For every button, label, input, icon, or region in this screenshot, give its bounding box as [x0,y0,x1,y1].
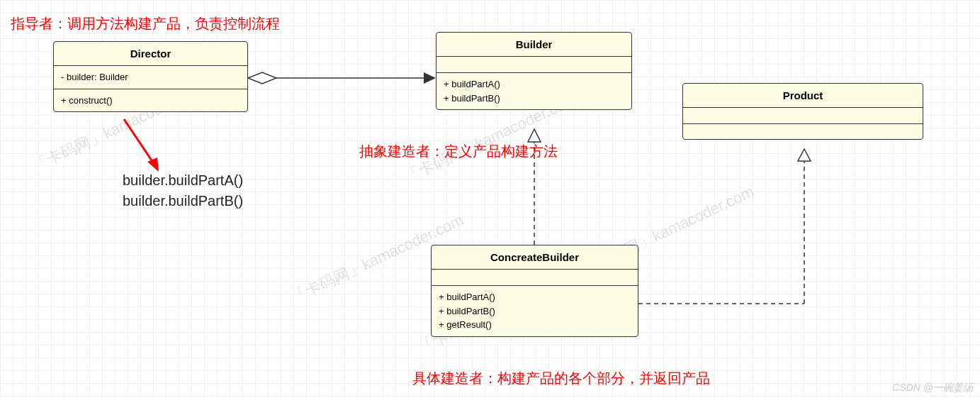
uml-class-product: Product [682,83,923,140]
method-item: + getResult() [439,318,631,332]
class-methods: + construct() [54,89,247,112]
class-attributes-empty [683,108,923,123]
method-item: + buildPartA() [444,77,624,92]
class-methods: + buildPartA() + buildPartB() + getResul… [432,285,638,336]
uml-class-builder: Builder + buildPartA() + buildPartB() [436,32,632,110]
class-attributes: - builder: Builder [54,66,247,89]
svg-line-1 [124,119,156,167]
credit-text: CSDN @一碗姜汤 [892,382,973,394]
class-attributes-empty [437,57,631,72]
director-annotation: 指导者：调用方法构建产品，负责控制流程 [11,14,280,33]
class-methods: + buildPartA() + buildPartB() [437,72,631,109]
call-line-2: builder.buildPartB() [123,193,243,209]
class-attributes-empty [432,270,638,285]
method-item: + buildPartB() [444,92,624,106]
builder-annotation: 抽象建造者：定义产品构建方法 [359,142,558,161]
method-item: + buildPartB() [439,304,631,319]
class-title: ConcreateBuilder [432,245,638,270]
uml-class-concrete-builder: ConcreateBuilder + buildPartA() + buildP… [431,245,638,337]
call-line-1: builder.buildPartA() [123,172,243,189]
concrete-annotation: 具体建造者：构建产品的各个部分，并返回产品 [412,369,710,388]
class-methods-empty [683,123,923,139]
method-item: + buildPartA() [439,290,631,304]
uml-class-director: Director - builder: Builder + construct(… [53,41,248,112]
class-title: Product [683,84,923,108]
class-title: Builder [437,33,631,57]
class-title: Director [54,42,247,66]
